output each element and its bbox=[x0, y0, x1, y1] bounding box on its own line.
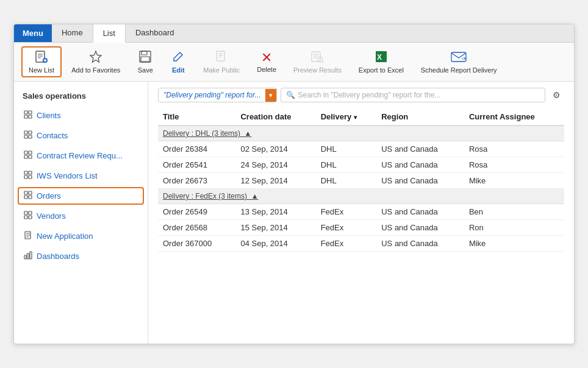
svg-rect-30 bbox=[24, 131, 27, 134]
main-area: Sales operations Clients Contacts Contra… bbox=[14, 82, 574, 344]
tab-dashboard[interactable]: Dashboard bbox=[126, 24, 184, 42]
cell-region: US and Canada bbox=[376, 236, 464, 252]
cell-creation_date: 12 Sep, 2014 bbox=[235, 173, 315, 189]
cell-assignee: Rosa bbox=[464, 157, 564, 173]
contract-review-icon bbox=[24, 150, 32, 161]
group-header-row: Delivery : DHL (3 items) ▲ bbox=[158, 126, 564, 141]
cell-title: Order 26549 bbox=[158, 204, 235, 220]
sidebar-item-contacts[interactable]: Contacts bbox=[14, 126, 148, 146]
search-placeholder-text: Search in "Delivery pending" report for … bbox=[298, 91, 440, 99]
svg-rect-38 bbox=[24, 171, 27, 174]
col-title: Title bbox=[158, 108, 235, 126]
make-public-label: Make Public bbox=[203, 66, 240, 74]
sidebar: Sales operations Clients Contacts Contra… bbox=[14, 82, 148, 344]
contacts-icon bbox=[24, 130, 32, 141]
cell-creation_date: 13 Sep, 2014 bbox=[235, 204, 315, 220]
svg-rect-10 bbox=[141, 57, 149, 62]
group-label: Delivery : DHL (3 items) ▲ bbox=[163, 129, 559, 138]
filter-label-container: "Delivery pending" report for... ▾ bbox=[158, 88, 277, 102]
sidebar-item-vendors[interactable]: Vendors bbox=[14, 206, 148, 226]
preview-results-button[interactable]: Preview Results bbox=[286, 46, 349, 77]
cell-delivery: FedEx bbox=[316, 236, 377, 252]
make-public-button[interactable]: Make Public bbox=[196, 46, 247, 77]
svg-line-20 bbox=[322, 62, 323, 63]
new-list-button[interactable]: New List bbox=[21, 46, 62, 77]
svg-rect-49 bbox=[29, 216, 32, 219]
sidebar-item-clients[interactable]: Clients bbox=[14, 105, 148, 126]
export-excel-button[interactable]: X Export to Excel bbox=[351, 46, 411, 77]
edit-label: Edit bbox=[172, 66, 185, 74]
edit-button[interactable]: Edit bbox=[163, 46, 193, 77]
content-area: "Delivery pending" report for... ▾ 🔍 Sea… bbox=[148, 82, 574, 344]
table-row[interactable]: Order 2656815 Sep, 2014FedExUS and Canad… bbox=[158, 220, 564, 236]
svg-rect-40 bbox=[24, 175, 27, 179]
svg-rect-29 bbox=[29, 115, 32, 118]
edit-icon bbox=[171, 50, 185, 65]
table-row[interactable]: Order 2667312 Sep, 2014DHLUS and CanadaM… bbox=[158, 173, 564, 189]
table-row[interactable]: Order 2638402 Sep, 2014DHLUS and CanadaR… bbox=[158, 141, 564, 157]
sidebar-item-orders[interactable]: Orders bbox=[18, 187, 144, 205]
contacts-label: Contacts bbox=[37, 131, 68, 140]
svg-marker-7 bbox=[90, 51, 101, 62]
tab-list[interactable]: List bbox=[93, 24, 126, 43]
sidebar-item-iws-vendors[interactable]: IWS Vendors List bbox=[14, 166, 148, 186]
cell-title: Order 367000 bbox=[158, 236, 235, 252]
vendors-label: Vendors bbox=[37, 211, 66, 221]
data-table: Title Creation date Delivery ▾ Region Cu… bbox=[158, 108, 564, 252]
cell-assignee: Rosa bbox=[464, 141, 564, 157]
svg-text:X: X bbox=[377, 53, 382, 62]
cell-creation_date: 04 Sep, 2014 bbox=[235, 236, 315, 252]
cell-title: Order 26568 bbox=[158, 220, 235, 236]
svg-rect-9 bbox=[142, 51, 147, 55]
tab-home[interactable]: Home bbox=[52, 24, 93, 42]
filter-dropdown-button[interactable]: ▾ bbox=[265, 89, 276, 102]
table-row[interactable]: Order 2654124 Sep, 2014DHLUS and CanadaR… bbox=[158, 157, 564, 173]
new-list-label: New List bbox=[29, 66, 54, 74]
toolbar: New List Add to Favorites Save bbox=[14, 43, 574, 82]
clients-icon bbox=[24, 110, 32, 121]
filter-search-box[interactable]: 🔍 Search in "Delivery pending" report fo… bbox=[281, 88, 545, 102]
new-list-icon bbox=[35, 50, 48, 65]
sidebar-item-dashboards[interactable]: Dashboards bbox=[14, 246, 148, 266]
table-row[interactable]: Order 36700004 Sep, 2014FedExUS and Cana… bbox=[158, 236, 564, 252]
schedule-report-icon bbox=[450, 50, 467, 65]
contract-review-label: Contract Review Requ... bbox=[37, 151, 123, 160]
cell-region: US and Canada bbox=[376, 157, 464, 173]
save-button[interactable]: Save bbox=[130, 46, 160, 77]
delete-label: Delete bbox=[257, 66, 276, 73]
schedule-report-button[interactable]: Schedule Report Delivery bbox=[414, 46, 504, 77]
svg-rect-34 bbox=[24, 151, 27, 154]
orders-icon bbox=[24, 191, 32, 201]
add-favorites-label: Add to Favorites bbox=[71, 66, 120, 74]
iws-vendors-icon bbox=[24, 171, 32, 181]
svg-rect-28 bbox=[24, 115, 27, 118]
tab-bar: Menu Home List Dashboard bbox=[14, 24, 574, 43]
sidebar-item-contract-review[interactable]: Contract Review Requ... bbox=[14, 146, 148, 166]
add-favorites-button[interactable]: Add to Favorites bbox=[64, 46, 127, 77]
svg-rect-37 bbox=[29, 155, 32, 158]
svg-rect-46 bbox=[24, 211, 27, 214]
make-public-icon bbox=[215, 50, 228, 65]
app-window: Menu Home List Dashboard New List bbox=[13, 24, 575, 344]
clients-label: Clients bbox=[37, 111, 61, 120]
filter-label-text: "Delivery pending" report for... bbox=[159, 88, 265, 102]
menu-tab[interactable]: Menu bbox=[14, 24, 52, 42]
cell-assignee: Mike bbox=[464, 236, 564, 252]
cell-title: Order 26541 bbox=[158, 157, 235, 173]
export-excel-label: Export to Excel bbox=[359, 66, 404, 74]
dashboards-icon bbox=[24, 251, 32, 261]
sidebar-item-new-application[interactable]: New Application bbox=[14, 226, 148, 246]
svg-rect-55 bbox=[27, 253, 29, 259]
cell-assignee: Mike bbox=[464, 173, 564, 189]
star-icon bbox=[89, 50, 102, 65]
cell-region: US and Canada bbox=[376, 220, 464, 236]
svg-rect-36 bbox=[24, 155, 27, 158]
delete-button[interactable]: ✕ Delete bbox=[249, 48, 284, 77]
svg-rect-54 bbox=[24, 255, 26, 259]
cell-region: US and Canada bbox=[376, 204, 464, 220]
table-row[interactable]: Order 2654913 Sep, 2014FedExUS and Canad… bbox=[158, 204, 564, 220]
vendors-icon bbox=[24, 211, 32, 221]
settings-icon[interactable]: ⚙ bbox=[549, 88, 564, 102]
save-label: Save bbox=[138, 66, 153, 74]
svg-rect-41 bbox=[29, 175, 32, 179]
